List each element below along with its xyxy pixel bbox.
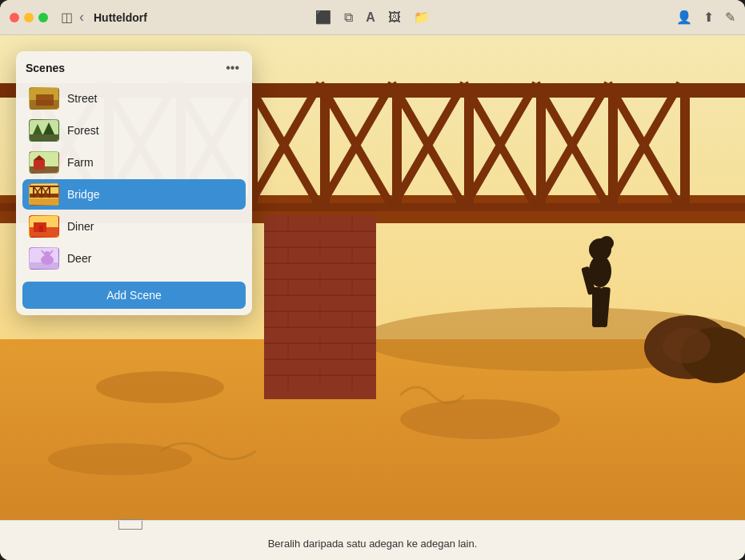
svg-point-92 [44,251,50,258]
traffic-lights [10,13,48,22]
scene-name-bridge: Bridge [67,188,99,201]
titlebar: ◫ ‹ Hutteldorf ⬛ ⧉ A 🖼 📁 👤 ⬆ ✎ [0,0,745,35]
scenes-list: Street Forest [16,82,252,278]
tooltip-line-left [118,521,119,529]
layout-icon[interactable]: ⬛ [315,10,331,25]
app-window: ◫ ‹ Hutteldorf ⬛ ⧉ A 🖼 📁 👤 ⬆ ✎ [0,0,745,560]
scene-thumbnail-bridge [29,183,59,206]
scenes-title: Scenes [26,62,65,74]
scene-item-street[interactable]: Street [22,83,246,114]
scene-name-street: Street [67,92,97,105]
sidebar-toggle-button[interactable]: ◫ [61,10,73,25]
scene-item-farm[interactable]: Farm [22,147,246,178]
close-button[interactable] [10,13,19,22]
scene-name-deer: Deer [67,252,91,265]
layers-icon[interactable]: ⧉ [344,10,353,25]
scene-thumbnail-deer [29,247,59,270]
tooltip-bracket-bottom [118,529,142,530]
nav-buttons: ‹ [79,9,84,26]
svg-point-59 [663,328,711,363]
text-icon[interactable]: A [366,10,375,25]
scene-item-diner[interactable]: Diner [22,211,246,242]
document-title: Hutteldorf [94,11,147,24]
scene-thumbnail-forest [29,119,59,142]
scene-item-forest[interactable]: Forest [22,115,246,146]
scenes-panel-header: Scenes ••• [16,51,252,82]
main-content: Scenes ••• Street [0,35,745,531]
back-button[interactable]: ‹ [79,9,84,26]
svg-rect-84 [30,198,59,206]
scene-name-diner: Diner [67,220,94,233]
svg-point-62 [48,443,192,475]
svg-rect-72 [34,160,45,170]
maximize-button[interactable] [38,13,48,22]
svg-rect-67 [30,134,59,142]
scene-item-bridge[interactable]: Bridge [22,179,246,210]
tooltip-area: Beralih daripada satu adegan ke adegan l… [0,520,745,560]
share-icon[interactable]: ⬆ [703,10,714,25]
image-icon[interactable]: 🖼 [388,10,401,25]
scenes-more-button[interactable]: ••• [222,59,242,77]
svg-point-60 [96,371,224,403]
scene-thumbnail-farm [29,151,59,174]
center-toolbar: ⬛ ⧉ A 🖼 📁 [315,10,430,25]
scenes-panel: Scenes ••• Street [16,51,252,315]
right-toolbar: 👤 ⬆ ✎ [676,10,735,25]
scene-name-forest: Forest [67,124,99,137]
tooltip-lines-container [118,521,142,529]
svg-rect-65 [36,94,54,106]
add-scene-button[interactable]: Add Scene [22,282,246,309]
svg-point-52 [599,236,614,250]
svg-rect-88 [39,226,43,232]
svg-point-61 [400,399,560,439]
minimize-button[interactable] [24,13,34,22]
edit-icon[interactable]: ✎ [725,10,735,25]
tooltip-line-right [142,521,142,529]
svg-rect-16 [680,83,690,207]
account-icon[interactable]: 👤 [676,10,692,25]
folder-icon[interactable]: 📁 [414,10,430,25]
scene-thumbnail-diner [29,215,59,238]
scene-thumbnail-street [29,87,59,110]
scene-item-deer[interactable]: Deer [22,243,246,274]
tooltip-text: Beralih daripada satu adegan ke adegan l… [268,538,478,550]
scene-name-farm: Farm [67,156,94,169]
